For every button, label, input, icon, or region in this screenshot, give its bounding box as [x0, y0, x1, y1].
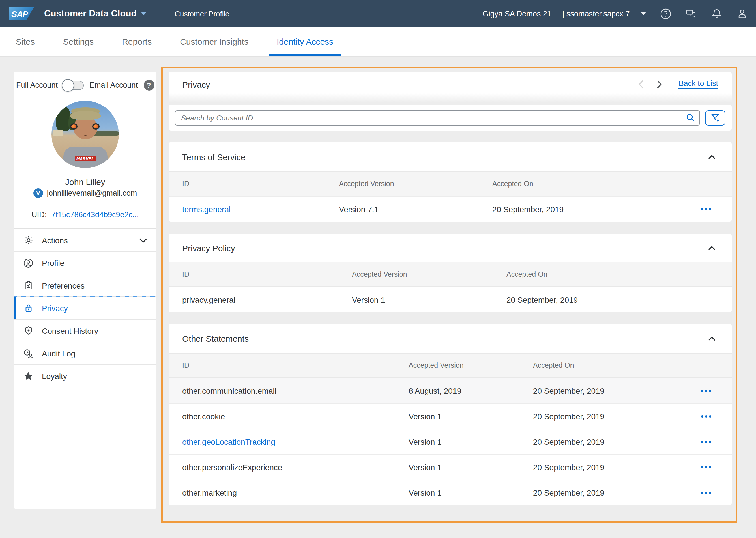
sidebar-item-label: Profile [42, 258, 64, 267]
avatar: MARVEL [51, 101, 119, 168]
consent-id: other.communication.email [169, 386, 408, 396]
accepted-on: 20 September, 2019 [492, 205, 681, 214]
section-header: Privacy Policy [169, 234, 732, 262]
accepted-version: Version 1 [408, 488, 533, 497]
back-to-list-link[interactable]: Back to List [678, 79, 718, 89]
consent-id: privacy.general [169, 295, 352, 304]
account-type-toggle-row: Full Account Email Account ? [14, 72, 156, 90]
sidebar-item-label: Actions [42, 236, 68, 245]
sidebar-item-profile[interactable]: Profile [14, 251, 156, 274]
sidebar-item-consent-history[interactable]: Consent History [14, 319, 156, 342]
column-accepted-on: Accepted On [492, 180, 681, 188]
table-row: other.geoLocationTracking Version 1 20 S… [169, 429, 732, 454]
accepted-on: 20 September, 2019 [533, 412, 681, 421]
sidebar-item-audit-log[interactable]: Audit Log [14, 342, 156, 364]
collapse-chevron-up-icon[interactable] [708, 336, 716, 341]
account-help-icon[interactable]: ? [143, 80, 154, 90]
search-field [175, 110, 700, 125]
column-id: ID [169, 180, 339, 188]
tenant-switcher[interactable]: Gigya SA Demos 21... | ssomaster.sapcx 7… [483, 9, 646, 18]
sidebar-item-preferences[interactable]: Preferences [14, 274, 156, 296]
verified-badge-icon: V [33, 188, 43, 198]
uid-row: UID: 7f15c786c43d4b9c9e2c... [14, 210, 156, 219]
chevron-down-icon [140, 12, 146, 15]
section-title: Terms of Service [182, 152, 245, 162]
product-switcher[interactable]: Customer Data Cloud [44, 9, 146, 19]
lock-icon [23, 303, 33, 313]
tenant-name: Gigya SA Demos 21... [483, 9, 558, 18]
collapse-chevron-up-icon[interactable] [708, 154, 716, 159]
row-overflow-menu-icon[interactable] [681, 466, 732, 469]
chevron-down-icon [139, 236, 147, 245]
section-terms-of-service: Terms of Service ID Accepted Version Acc… [169, 142, 732, 222]
tab-customer-insights[interactable]: Customer Insights [172, 27, 256, 56]
section-header: Other Statements [169, 324, 732, 353]
search-bar [169, 105, 732, 131]
accepted-on: 20 September, 2019 [533, 488, 681, 497]
tab-identity-access[interactable]: Identity Access [269, 27, 341, 56]
column-accepted-version: Accepted Version [408, 361, 533, 369]
row-overflow-menu-icon[interactable] [681, 208, 732, 211]
tab-reports[interactable]: Reports [114, 27, 160, 56]
accepted-version: Version 1 [352, 295, 507, 304]
section-other-statements: Other Statements ID Accepted Version Acc… [169, 324, 732, 505]
sidebar-item-label: Privacy [42, 303, 68, 312]
avatar-building [53, 130, 63, 136]
tab-sites[interactable]: Sites [8, 27, 43, 56]
table-row: other.personalizeExperience Version 1 20… [169, 454, 732, 480]
uid-value-link[interactable]: 7f15c786c43d4b9c9e2c... [51, 210, 138, 219]
email-account-label: Email Account [89, 81, 138, 89]
customer-name: John Lilley [14, 177, 156, 187]
user-profile-icon[interactable] [736, 7, 748, 20]
site-name: | ssomaster.sapcx 7... [562, 9, 636, 18]
privacy-header: Privacy Back to List [169, 72, 732, 102]
shell-right: Gigya SA Demos 21... | ssomaster.sapcx 7… [483, 7, 748, 20]
chevron-left-icon[interactable] [637, 80, 646, 89]
sidebar-item-actions[interactable]: Actions [14, 229, 156, 251]
section-title: Privacy Policy [182, 243, 235, 252]
row-overflow-menu-icon[interactable] [681, 390, 732, 392]
accepted-version: Version 1 [408, 463, 533, 472]
section-title: Other Statements [182, 334, 249, 343]
uid-label: UID: [31, 210, 47, 219]
shell-bar: SAP Customer Data Cloud Customer Profile… [0, 0, 756, 27]
app-root: SAP Customer Data Cloud Customer Profile… [0, 0, 756, 538]
sap-logo-text: SAP [11, 9, 28, 18]
row-overflow-menu-icon[interactable] [681, 415, 732, 418]
avatar-smile [82, 133, 88, 136]
person-icon [23, 258, 33, 268]
add-filter-button[interactable] [705, 110, 726, 125]
accepted-version: Version 1 [408, 412, 533, 421]
accepted-on: 20 September, 2019 [533, 386, 681, 396]
row-overflow-menu-icon[interactable] [681, 441, 732, 443]
shield-star-icon [23, 326, 33, 336]
table-header: ID Accepted Version Accepted On [169, 171, 732, 196]
accepted-on: 20 September, 2019 [533, 463, 681, 472]
main-tab-bar: Sites Settings Reports Customer Insights… [0, 27, 756, 57]
search-icon[interactable] [686, 113, 695, 122]
column-id: ID [169, 270, 352, 278]
accepted-version: 8 August, 2019 [408, 386, 533, 396]
search-input[interactable] [181, 113, 686, 122]
sidebar-item-loyalty[interactable]: Loyalty [14, 364, 156, 387]
avatar-shirt-text: MARVEL [75, 156, 96, 161]
sidebar-item-label: Audit Log [42, 349, 75, 358]
row-overflow-menu-icon[interactable] [681, 492, 732, 494]
collapse-chevron-up-icon[interactable] [708, 245, 716, 250]
notifications-bell-icon[interactable] [710, 7, 723, 20]
tab-settings[interactable]: Settings [55, 27, 102, 56]
privacy-panel: Privacy Back to List [161, 67, 737, 523]
column-accepted-on: Accepted On [507, 270, 681, 278]
table-row: other.cookie Version 1 20 September, 201… [169, 404, 732, 429]
avatar-sunglasses [92, 123, 100, 130]
consent-id-link[interactable]: other.geoLocationTracking [169, 437, 408, 446]
feedback-chat-icon[interactable] [685, 7, 697, 20]
star-icon [23, 371, 33, 381]
help-icon[interactable] [659, 7, 672, 20]
consent-id-link[interactable]: terms.general [169, 205, 339, 214]
chevron-right-icon[interactable] [655, 80, 664, 89]
sidebar-item-privacy[interactable]: Privacy [14, 296, 156, 319]
account-type-switch[interactable] [63, 81, 84, 90]
accepted-on: 20 September, 2019 [533, 437, 681, 446]
chevron-down-icon [641, 12, 646, 15]
